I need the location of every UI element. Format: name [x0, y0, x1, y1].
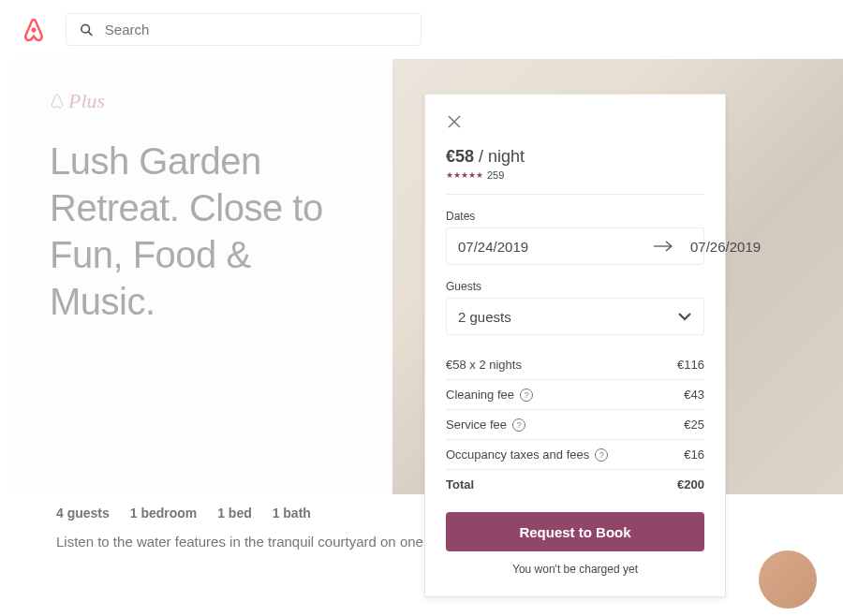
price-per-unit: / night: [479, 147, 525, 166]
cost-row: Occupancy taxes and fees ? €16: [446, 440, 704, 470]
cost-amount: €25: [684, 418, 704, 432]
booking-disclaimer: You won't be charged yet: [446, 563, 704, 576]
plus-badge-text: Plus: [68, 89, 105, 113]
cost-amount: €116: [677, 358, 704, 372]
guests-label: Guests: [446, 280, 704, 293]
date-inputs: [446, 227, 704, 265]
request-to-book-button[interactable]: Request to Book: [446, 512, 704, 551]
header: [0, 0, 843, 59]
meta-bedrooms: 1 bedroom: [130, 506, 198, 521]
arrow-right-icon: [647, 241, 679, 252]
chevron-down-icon: [677, 312, 692, 321]
price-line: €58 / night: [446, 147, 704, 167]
host-avatar[interactable]: [759, 550, 817, 609]
listing-title: Lush Garden Retreat. Close to Fun, Food …: [50, 138, 357, 325]
cost-label: Service fee ?: [446, 418, 525, 432]
cost-amount: €16: [684, 447, 704, 462]
cost-total-row: Total €200: [446, 470, 704, 499]
cost-label: €58 x 2 nights: [446, 358, 522, 372]
airbnb-logo-icon[interactable]: [21, 17, 47, 43]
help-icon[interactable]: ?: [595, 448, 608, 462]
cost-row: Cleaning fee ? €43: [446, 380, 704, 410]
meta-baths: 1 bath: [273, 506, 311, 521]
review-count: 259: [487, 169, 504, 181]
checkin-input[interactable]: [447, 228, 647, 264]
search-input[interactable]: [105, 22, 407, 37]
price-amount: €58: [446, 147, 474, 166]
total-amount: €200: [677, 477, 704, 491]
svg-line-1: [88, 31, 92, 35]
cost-label: Cleaning fee ?: [446, 388, 533, 402]
guests-value: 2 guests: [458, 309, 511, 325]
cost-label: Occupancy taxes and fees ?: [446, 447, 608, 462]
meta-beds: 1 bed: [217, 506, 252, 521]
booking-modal: €58 / night ★★★★★ 259 Dates Guests 2 gue…: [424, 94, 726, 597]
airbnb-small-icon: [50, 94, 65, 109]
cost-amount: €43: [684, 388, 704, 402]
cost-row: Service fee ? €25: [446, 410, 704, 440]
help-icon[interactable]: ?: [512, 418, 525, 432]
search-box[interactable]: [66, 13, 422, 46]
cost-breakdown: €58 x 2 nights €116 Cleaning fee ? €43 S…: [446, 350, 704, 499]
star-icons: ★★★★★: [446, 170, 483, 180]
help-icon[interactable]: ?: [520, 389, 533, 402]
close-button[interactable]: [446, 113, 463, 130]
checkout-input[interactable]: [679, 228, 843, 264]
cost-row: €58 x 2 nights €116: [446, 350, 704, 380]
listing-info-panel: Plus Lush Garden Retreat. Close to Fun, …: [14, 59, 392, 494]
dates-label: Dates: [446, 210, 704, 223]
guests-select[interactable]: 2 guests: [446, 298, 704, 335]
close-icon: [448, 115, 461, 128]
search-icon: [80, 22, 94, 37]
meta-guests: 4 guests: [56, 506, 110, 521]
total-label: Total: [446, 477, 474, 491]
rating-line: ★★★★★ 259: [446, 169, 704, 195]
plus-badge: Plus: [50, 89, 357, 113]
